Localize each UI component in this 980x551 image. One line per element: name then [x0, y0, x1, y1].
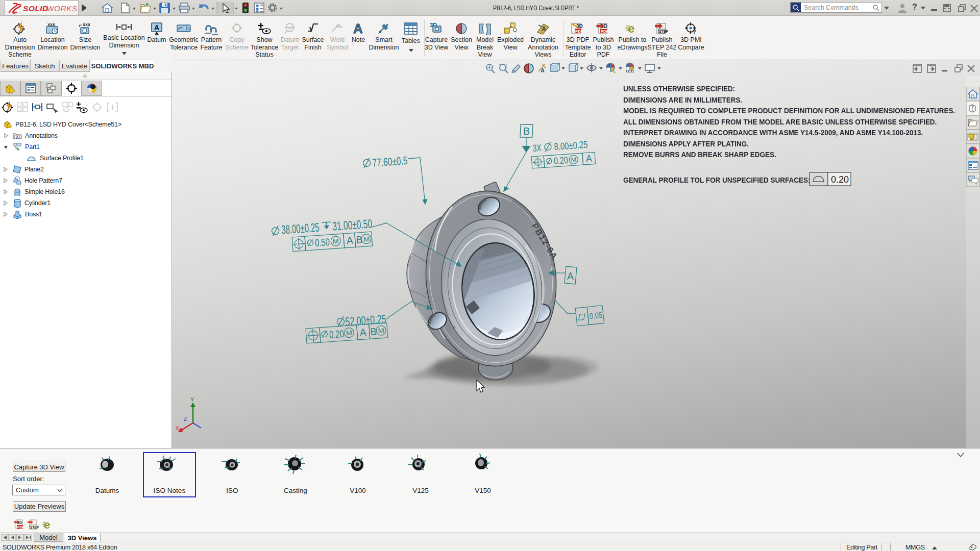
svg-text:0.20: 0.20 [831, 174, 849, 185]
svg-text:0.50: 0.50 [314, 236, 330, 248]
svg-text:B: B [523, 126, 530, 137]
svg-text:B: B [370, 325, 377, 337]
svg-text:xxx: xxx [83, 22, 90, 27]
svg-text:M: M [363, 235, 370, 243]
svg-text:SOLID: SOLID [23, 4, 48, 12]
svg-text:31.00±0.50: 31.00±0.50 [332, 216, 373, 233]
svg-text:3D: 3D [17, 521, 22, 524]
svg-text:STEP: STEP [659, 30, 669, 33]
svg-text:3X: 3X [532, 142, 542, 154]
svg-text:PDF: PDF [575, 29, 583, 34]
svg-text:A: A [346, 235, 354, 246]
svg-text:PDF: PDF [17, 525, 25, 529]
svg-text:AT: AT [288, 26, 293, 31]
svg-text:M: M [332, 237, 339, 245]
svg-text:0.05: 0.05 [589, 311, 603, 321]
svg-text:0.20: 0.20 [553, 155, 568, 166]
svg-text:8.00±0.25: 8.00±0.25 [554, 139, 588, 153]
svg-text:A: A [353, 22, 363, 35]
svg-text:Y: Y [190, 396, 194, 403]
svg-text:X: X [176, 425, 179, 431]
svg-text:Z: Z [184, 416, 187, 422]
svg-text:A: A [542, 26, 546, 33]
svg-text:PDF: PDF [601, 29, 608, 34]
svg-text:A: A [359, 327, 367, 338]
svg-text:M: M [571, 156, 577, 164]
svg-text:3: 3 [187, 27, 190, 31]
svg-text:WORKS: WORKS [46, 4, 77, 12]
svg-text:?: ? [693, 29, 696, 35]
svg-text:77.60±0.5: 77.60±0.5 [372, 154, 408, 169]
svg-text:A: A [16, 135, 19, 139]
svg-text:A: A [154, 23, 159, 32]
svg-text:+: + [19, 108, 21, 113]
svg-text:e: e [44, 519, 50, 531]
svg-text:0.20: 0.20 [329, 328, 344, 340]
svg-text:e: e [628, 22, 634, 35]
svg-text:A: A [567, 270, 574, 282]
svg-text:A: A [585, 153, 593, 164]
svg-text:B: B [356, 234, 363, 245]
svg-text:A: A [541, 67, 545, 73]
svg-text:M: M [346, 329, 352, 337]
svg-text:STEP: STEP [30, 525, 39, 529]
svg-text:38.00±0.25: 38.00±0.25 [281, 220, 320, 237]
svg-text:M: M [378, 327, 384, 335]
